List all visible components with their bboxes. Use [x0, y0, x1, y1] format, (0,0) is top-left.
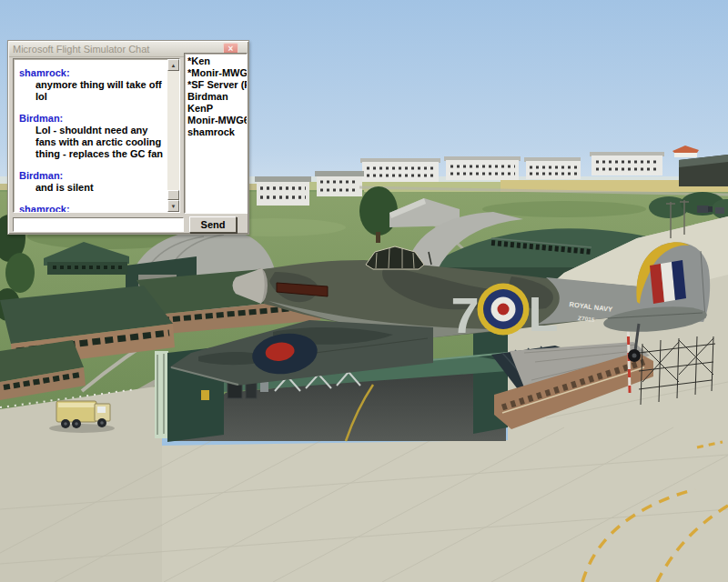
distant-dark-hangar [679, 155, 728, 186]
scrollbar-thumb[interactable] [167, 190, 179, 200]
player-list-item: *SF Server (F [187, 79, 247, 91]
chat-message: Birdman: and is silent [19, 170, 166, 194]
player-list-item: *Ken [187, 55, 247, 67]
player-list-item: Monir-MWG63 [187, 115, 247, 126]
send-button[interactable]: Send [189, 216, 237, 233]
chat-message-user: Birdman: [19, 170, 166, 182]
code-letter-7: 7 [450, 286, 479, 344]
chat-window: Microsoft Flight Simulator Chat × shamro… [7, 40, 249, 235]
player-list-item: shamrock [187, 126, 247, 138]
scroll-up-button[interactable]: ▲ [167, 59, 179, 71]
scroll-down-icon: ▼ [171, 204, 177, 209]
chat-message: shamrock: rgr [19, 204, 166, 212]
chat-message: shamrock: anymore thing will take off lo… [19, 67, 166, 103]
fuselage-roundel [478, 284, 530, 336]
scroll-up-icon: ▲ [171, 63, 177, 68]
fin-flash [650, 260, 686, 304]
chat-messages: shamrock: anymore thing will take off lo… [14, 59, 167, 212]
chat-message-text: anymore thing will take off lol [19, 79, 166, 103]
fuel-truck [49, 401, 115, 433]
chat-message: Birdman: Lol - shouldnt need any fans wi… [19, 113, 166, 160]
chat-message-text: and is silent [19, 182, 166, 194]
chat-message-user: shamrock: [19, 204, 166, 212]
chat-message-user: shamrock: [19, 67, 166, 79]
player-list-item: KenP [187, 103, 247, 115]
code-letter-L: L [529, 286, 559, 341]
scroll-down-button[interactable]: ▼ [167, 200, 179, 212]
chat-history[interactable]: shamrock: anymore thing will take off lo… [13, 58, 180, 213]
fs-game-viewport: 7 L ROYAL NAVY Z7015 [0, 0, 728, 582]
player-list-item: Birdman [187, 91, 247, 103]
chat-message-text: Lol - shouldnt need any fans with an arc… [19, 125, 166, 160]
player-list-item: *Monir-MWG6 [187, 67, 247, 79]
chat-message-user: Birdman: [19, 113, 166, 125]
chat-input[interactable] [13, 217, 184, 232]
player-list[interactable]: *Ken *Monir-MWG6 *SF Server (F Birdman K… [184, 53, 248, 214]
close-icon: × [228, 45, 234, 54]
chat-scrollbar: ▲ ▼ [167, 59, 179, 212]
